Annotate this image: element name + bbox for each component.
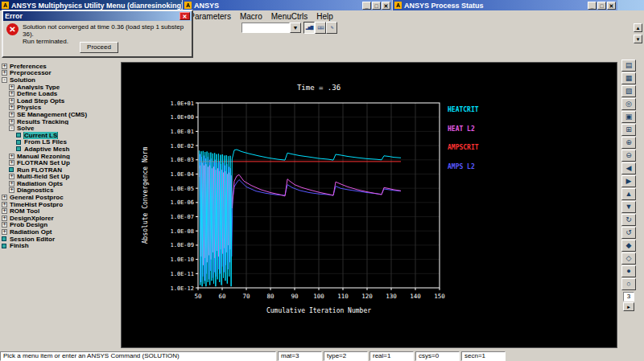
expander-minus-icon[interactable]: - [9,125,14,131]
expander-plus-icon[interactable]: + [2,222,7,228]
tree-item-manual-rezoning[interactable]: +Manual Rezoning [2,153,120,160]
graphics-window[interactable]: 50607080901001101201301401501.0E+011.0E+… [121,62,617,348]
tree-item-flotran-set-up[interactable]: +FLOTRAN Set Up [2,159,120,166]
background-window-1-titlebar[interactable]: A ANSYS _□✕ [182,0,392,10]
tree-item-session-editor[interactable]: Session Editor [2,236,120,243]
expander-plus-icon[interactable]: + [2,195,7,200]
overlay-plot-icon[interactable]: ▧ [621,85,636,97]
multi-window-icon[interactable]: ▦ [621,72,636,84]
tree-item-load-step-opts[interactable]: +Load Step Opts [2,97,120,105]
tree-item-label: FLOTRAN Set Up [17,159,70,166]
rotate-plus-z-icon[interactable]: ● [621,265,636,277]
x-tick-label: 110 [337,293,349,300]
rotate-minus-y-icon[interactable]: ◇ [621,252,636,265]
tree-item-current-ls[interactable]: Current LS [2,132,120,139]
expander-minus-icon[interactable]: - [2,77,7,83]
close-icon[interactable]: ✕ [180,12,190,20]
proceed-button[interactable]: Proceed [80,42,118,53]
tree-item-solution[interactable]: -Solution [2,76,120,84]
tree-item-solve[interactable]: -Solve [2,125,120,132]
tree-item-results-tracking[interactable]: +Results Tracking [2,118,120,125]
expander-plus-icon[interactable]: + [9,112,14,117]
tree-item-analysis-type[interactable]: +Analysis Type [2,84,120,91]
command-input[interactable] [242,23,290,33]
expander-plus-icon[interactable]: + [2,64,7,69]
expander-plus-icon[interactable]: + [9,91,14,96]
maximize-icon[interactable]: □ [597,2,606,10]
tree-item-prob-design[interactable]: +Prob Design [2,222,120,229]
tree-item-label: Load Step Opts [17,97,64,105]
error-dialog-titlebar[interactable]: Error ✕ [3,11,192,21]
expander-plus-icon[interactable]: + [9,154,14,159]
close-icon[interactable]: ✕ [607,2,616,10]
menu-parameters[interactable]: Parameters [189,12,231,21]
tree-item-multi-field-set-up[interactable]: +Multi-field Set Up [2,174,120,181]
tree-item-finish[interactable]: Finish [2,242,120,249]
zoom-out-icon[interactable]: ⊖ [621,150,636,162]
tree-item-radiation-opts[interactable]: +Radiation Opts [2,180,120,187]
tree-item-designxplorer[interactable]: +DesignXplorer [2,215,120,222]
x-tick-label: 150 [434,293,445,300]
command-history-dropdown-icon[interactable]: ▼ [290,23,301,33]
tree-item-general-postproc[interactable]: +General Postproc [2,194,120,201]
menu-menuctrls[interactable]: MenuCtrls [271,12,308,21]
dynamic-mode-icon[interactable]: ◎ [621,98,636,110]
rotate-plus-y-icon[interactable]: ◆ [621,240,636,252]
tree-item-se-management-cms[interactable]: +SE Management (CMS) [2,111,120,118]
rate-spinner-icon[interactable]: ▸ [623,302,634,311]
menu-item-icon [2,244,6,248]
expander-plus-icon[interactable]: + [9,105,14,110]
expander-plus-icon[interactable]: + [9,98,14,104]
expander-plus-icon[interactable]: + [9,187,14,193]
tree-item-radiation-opt[interactable]: +Radiation Opt [2,228,120,236]
rotate-minus-z-icon[interactable]: ○ [621,278,636,290]
background-window-2-titlebar[interactable]: A ANSYS Process Status _□✕ [392,0,617,10]
tree-item-adaptive-mesh[interactable]: Adaptive Mesh [2,146,120,153]
redraw-icon[interactable]: ▤ [621,59,636,72]
expander-plus-icon[interactable]: + [9,181,14,187]
menu-help[interactable]: Help [316,12,333,21]
graph-plot-button[interactable]: ▂▅▇ [303,22,315,34]
expander-plus-icon[interactable]: + [9,160,14,166]
expander-plus-icon[interactable]: + [2,208,7,214]
pan-right-icon[interactable]: ▶ [621,175,636,187]
tree-item-rom-tool[interactable]: +ROM Tool [2,207,120,215]
rate-value[interactable]: 3 [623,292,634,302]
tree-item-diagnostics[interactable]: +Diagnostics [2,187,120,195]
pan-left-icon[interactable]: ◀ [621,162,636,174]
tree-item-preprocessor[interactable]: +Preprocessor [2,70,120,77]
rotate-cw-icon[interactable]: ↻ [621,214,636,226]
tree-item-timehist-postpro[interactable]: +TimeHist Postpro [2,201,120,208]
pan-up-icon[interactable]: ▲ [621,188,636,200]
annotation-button[interactable]: ✎ [326,22,337,34]
expander-plus-icon[interactable]: + [9,174,14,179]
pan-down-icon[interactable]: ▼ [621,201,636,213]
tree-item-define-loads[interactable]: +Define Loads [2,90,120,97]
tree-item-from-ls-files[interactable]: From LS Files [2,139,120,146]
expander-plus-icon[interactable]: + [2,202,7,207]
maximize-icon[interactable]: □ [372,2,381,10]
close-icon[interactable]: ✕ [382,2,390,10]
expander-plus-icon[interactable]: + [2,215,7,221]
zoom-in-icon[interactable]: ⊕ [621,137,636,149]
toolbar-overflow-up-icon[interactable]: ▴ [634,23,642,32]
minimize-icon[interactable]: _ [362,2,371,10]
minimize-icon[interactable]: _ [588,2,597,10]
expander-plus-icon[interactable]: + [9,119,14,125]
y-tick-label: 1.0E-01 [170,129,194,135]
menu-macro[interactable]: Macro [240,12,262,21]
expander-plus-icon[interactable]: + [2,70,7,76]
tree-item-preferences[interactable]: +Preferences [2,63,120,70]
status-field-type: type=2 [324,351,368,361]
tree-item-run-flotran[interactable]: Run FLOTRAN [2,166,120,174]
box-zoom-icon[interactable]: ⊞ [621,124,636,136]
tree-item-label: ROM Tool [10,207,39,215]
rotate-ccw-icon[interactable]: ↺ [621,227,636,239]
expander-plus-icon[interactable]: + [2,229,7,235]
tree-item-physics[interactable]: +Physics [2,105,120,112]
fit-view-icon[interactable]: ▣ [621,111,636,123]
expander-plus-icon[interactable]: + [9,84,14,90]
toolbar-overflow-down-icon[interactable]: ▾ [634,35,642,43]
background-window-2-controls: _□✕ [588,2,616,10]
contour-plot-button[interactable]: ▤▤ [315,22,326,34]
